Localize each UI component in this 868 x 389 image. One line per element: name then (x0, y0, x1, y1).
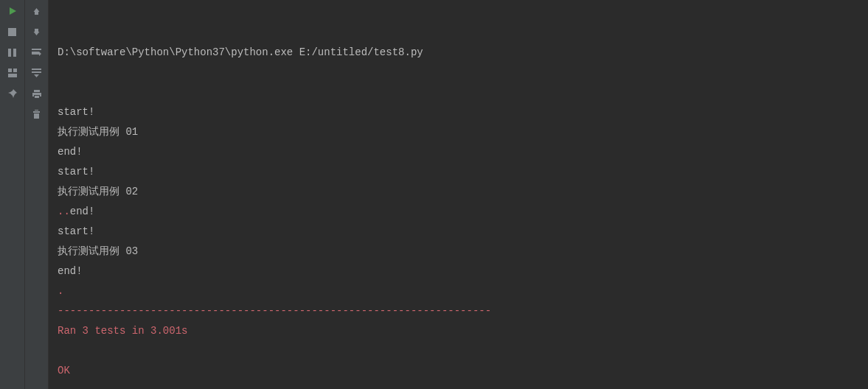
soft-wrap-button[interactable] (29, 44, 45, 60)
run-toolbar-secondary (25, 0, 49, 389)
layout-button[interactable] (4, 65, 21, 81)
stop-button[interactable] (4, 24, 21, 40)
svg-rect-1 (8, 28, 16, 36)
console-line: end! (58, 262, 868, 281)
run-tool-window: D:\software\Python\Python37\python.exe E… (0, 0, 868, 389)
pin-button[interactable] (4, 85, 21, 102)
svg-rect-3 (13, 49, 16, 57)
console-line: OK (58, 361, 868, 381)
console-line: start! (58, 222, 868, 242)
console-line: Ran 3 tests in 3.001s (58, 321, 868, 341)
console-line: . (58, 281, 868, 301)
console-line: end! (58, 142, 868, 162)
console-output[interactable]: D:\software\Python\Python37\python.exe E… (49, 0, 868, 389)
svg-rect-6 (8, 74, 17, 77)
rerun-button[interactable] (4, 3, 21, 19)
console-line: 执行测试用例 02 (58, 182, 868, 202)
console-line (58, 341, 868, 361)
svg-rect-4 (8, 69, 12, 72)
console-line: start! (58, 102, 868, 122)
console-line (58, 381, 868, 389)
pause-button[interactable] (4, 44, 21, 60)
up-stack-button[interactable] (29, 3, 45, 19)
down-stack-button[interactable] (29, 24, 45, 40)
console-line: 执行测试用例 03 (58, 242, 868, 262)
console-line: start! (58, 162, 868, 182)
svg-rect-2 (8, 49, 11, 57)
command-line: D:\software\Python\Python37\python.exe E… (58, 43, 868, 63)
scroll-to-end-button[interactable] (29, 65, 45, 81)
svg-rect-5 (13, 69, 17, 72)
console-line: ..end! (58, 202, 868, 222)
console-line: 执行测试用例 01 (58, 122, 868, 142)
console-lines: start!执行测试用例 01end!start!执行测试用例 02..end!… (58, 102, 868, 389)
run-toolbar-primary (0, 0, 25, 389)
clear-all-button[interactable] (29, 106, 45, 122)
svg-marker-0 (10, 7, 16, 15)
console-line: ----------------------------------------… (58, 301, 868, 321)
print-button[interactable] (29, 85, 45, 102)
